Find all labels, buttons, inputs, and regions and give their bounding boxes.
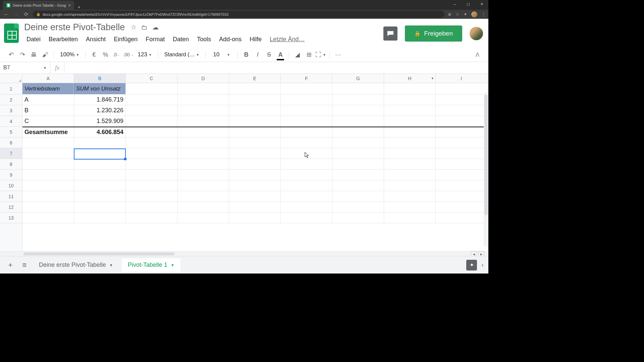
column-header-b[interactable]: B (74, 74, 126, 83)
redo-button[interactable]: ↷ (17, 50, 28, 60)
account-avatar[interactable] (470, 27, 483, 40)
new-tab-button[interactable]: + (74, 4, 84, 10)
cell[interactable] (126, 213, 177, 223)
menu-file[interactable]: Datei (23, 35, 44, 44)
cell[interactable] (177, 137, 229, 148)
cell[interactable] (177, 170, 229, 180)
sheets-logo-icon[interactable] (4, 23, 19, 43)
window-minimize-button[interactable]: ─ (448, 0, 462, 8)
cell[interactable] (436, 202, 487, 212)
cell[interactable] (281, 105, 332, 116)
percent-button[interactable]: % (100, 50, 110, 60)
cell[interactable] (384, 180, 436, 191)
cell[interactable] (229, 116, 281, 126)
cell[interactable] (74, 202, 126, 212)
cell[interactable] (177, 202, 229, 212)
formula-bar[interactable] (64, 62, 488, 73)
row-header-11[interactable]: 11 (0, 191, 22, 202)
cell-a5[interactable]: Gesamtsumme (22, 127, 74, 137)
scrollbar-thumb[interactable] (23, 252, 174, 255)
browser-menu-icon[interactable]: ⋮ (481, 12, 486, 17)
row-header-8[interactable]: 8 (0, 159, 22, 170)
cell[interactable] (177, 213, 229, 223)
spreadsheet-grid[interactable]: A B C D E F G H▼ I 1 2 3 4 5 6 7 (0, 74, 488, 256)
cell-a3[interactable]: B (22, 105, 74, 116)
cell[interactable] (229, 105, 281, 116)
profile-avatar-icon[interactable] (471, 11, 477, 17)
cell[interactable] (177, 116, 229, 126)
cell[interactable] (126, 127, 177, 137)
cell[interactable] (74, 213, 126, 223)
menu-insert[interactable]: Einfügen (110, 35, 141, 44)
font-size-select[interactable]: 10 ▼ (209, 51, 234, 58)
cell[interactable] (22, 159, 74, 169)
cell[interactable] (332, 159, 384, 169)
add-sheet-button[interactable]: + (5, 259, 16, 271)
column-header-a[interactable]: A (22, 74, 74, 83)
cell[interactable] (229, 83, 281, 94)
cell[interactable] (229, 170, 281, 180)
cell[interactable] (74, 159, 126, 169)
cell[interactable] (177, 191, 229, 201)
browser-tab[interactable]: Deine erste Pivot-Tabelle - Goog × (3, 1, 74, 10)
cell[interactable] (229, 148, 281, 159)
sheet-tab-1[interactable]: Deine erste Pivot-Tabelle ▼ (33, 258, 119, 272)
cell[interactable] (22, 191, 74, 201)
cell[interactable] (436, 213, 487, 223)
share-button[interactable]: 🔒 Freigeben (405, 25, 462, 42)
column-header-c[interactable]: C (126, 74, 177, 83)
cell[interactable] (332, 137, 384, 148)
cell[interactable] (332, 148, 384, 159)
cell[interactable] (229, 213, 281, 223)
cell[interactable] (229, 202, 281, 212)
print-button[interactable]: 🖶 (29, 50, 39, 60)
cell[interactable] (177, 180, 229, 191)
cell[interactable] (332, 83, 384, 94)
row-header-1[interactable]: 1 (0, 83, 22, 95)
cell[interactable] (126, 95, 177, 105)
sheet-tab-2[interactable]: Pivot-Tabelle 1 ▼ (122, 258, 180, 272)
cell[interactable] (74, 180, 126, 191)
cell[interactable] (384, 213, 436, 223)
cell[interactable] (281, 137, 332, 148)
cell[interactable] (126, 148, 177, 159)
cell[interactable] (384, 159, 436, 169)
increase-decimals-button[interactable]: .00→ (123, 50, 133, 60)
select-all-corner[interactable] (0, 74, 22, 83)
cell[interactable] (177, 105, 229, 116)
font-select[interactable]: Standard (… ▼ (162, 52, 202, 58)
cell[interactable] (281, 202, 332, 212)
menu-format[interactable]: Format (142, 35, 168, 44)
star-icon[interactable]: ☆ (131, 23, 137, 31)
cell[interactable] (281, 116, 332, 126)
cell[interactable] (229, 159, 281, 169)
cell[interactable] (126, 159, 177, 169)
cell-a2[interactable]: A (22, 95, 74, 105)
cell[interactable] (436, 170, 487, 180)
back-button[interactable]: ← (3, 11, 9, 17)
cell[interactable] (229, 137, 281, 148)
zoom-page-icon[interactable]: ⊕ (448, 12, 451, 17)
paint-format-button[interactable]: 🖌 (40, 50, 50, 60)
move-folder-icon[interactable]: 🗀 (141, 24, 148, 31)
cell[interactable] (436, 159, 487, 169)
cell[interactable] (436, 127, 487, 137)
column-header-i[interactable]: I (436, 74, 487, 83)
column-header-d[interactable]: D (177, 74, 229, 83)
cell[interactable] (332, 170, 384, 180)
cell[interactable] (177, 148, 229, 159)
cell[interactable] (436, 191, 487, 201)
cell[interactable] (332, 127, 384, 137)
document-title[interactable]: Deine erste Pivot-Tabelle (23, 21, 126, 33)
cell[interactable] (436, 137, 487, 148)
strikethrough-button[interactable]: S (264, 50, 274, 60)
row-header-12[interactable]: 12 (0, 202, 22, 213)
cell[interactable] (281, 127, 332, 137)
undo-button[interactable]: ↶ (6, 50, 16, 60)
cell[interactable] (436, 148, 487, 159)
menu-help[interactable]: Hilfe (246, 35, 265, 44)
comments-button[interactable] (383, 26, 397, 41)
window-maximize-button[interactable]: ▢ (462, 0, 475, 8)
cell[interactable] (332, 180, 384, 191)
extensions-icon[interactable]: ✦ (464, 12, 467, 17)
